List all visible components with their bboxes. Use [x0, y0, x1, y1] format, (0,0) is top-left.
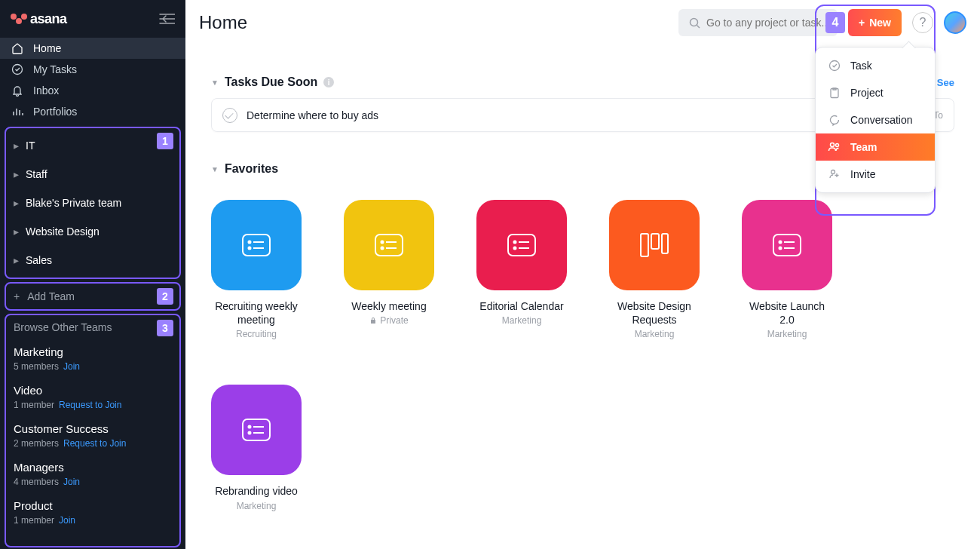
search-input[interactable] [706, 17, 827, 29]
new-button[interactable]: + New [848, 9, 902, 36]
sidebar-team[interactable]: ▸Blake's Private team [6, 189, 179, 217]
sidebar-team[interactable]: ▸Website Design [6, 217, 179, 246]
new-button-label: New [869, 17, 891, 29]
other-team-name: Managers [14, 461, 172, 474]
project-subtitle: Marketing [609, 329, 700, 339]
invite-icon [828, 168, 841, 180]
project-tile [344, 200, 434, 290]
svg-point-14 [514, 241, 516, 244]
join-link[interactable]: Join [63, 361, 80, 372]
plus-icon: + [859, 17, 865, 29]
favorite-project[interactable]: Website Launch 2.0Marketing [742, 200, 832, 339]
project-subtitle: Marketing [742, 329, 832, 339]
main-area: Home 4 + New Task Project [185, 0, 980, 549]
nav-portfolios-label: Portfolios [33, 106, 77, 118]
sidebar-team[interactable]: ▸Sales [6, 246, 179, 274]
project-name: Weekly meeting [344, 299, 434, 313]
svg-point-12 [381, 247, 384, 250]
asana-logo[interactable]: asana [11, 11, 67, 27]
other-team-name: Product [14, 499, 172, 512]
svg-rect-13 [508, 235, 535, 256]
plus-icon: + [14, 290, 20, 302]
nav-inbox[interactable]: Inbox [0, 80, 185, 101]
favorite-project[interactable]: Recruiting weekly meetingRecruiting [211, 200, 302, 339]
project-tile [211, 385, 302, 475]
search-box[interactable] [678, 9, 838, 36]
nav-portfolios[interactable]: Portfolios [0, 101, 185, 122]
project-subtitle: Private [344, 315, 434, 326]
svg-rect-22 [243, 419, 270, 440]
nav-my-tasks[interactable]: My Tasks [0, 59, 185, 80]
nav-home[interactable]: Home [0, 38, 185, 59]
favorite-project[interactable]: Rebranding videoMarketing [211, 385, 302, 511]
join-link[interactable]: Request to Join [63, 438, 126, 449]
svg-point-15 [514, 247, 516, 250]
nav-home-label: Home [33, 42, 61, 54]
project-name: Website Design Requests [609, 299, 700, 327]
other-team-name: Marketing [14, 345, 172, 358]
sidebar-team[interactable]: ▸Staff [6, 160, 179, 189]
svg-rect-18 [662, 234, 668, 253]
team-label: Staff [26, 168, 47, 180]
complete-task-icon[interactable] [222, 108, 237, 123]
info-icon[interactable]: i [323, 77, 334, 87]
user-avatar[interactable] [944, 11, 966, 34]
svg-point-8 [249, 241, 251, 244]
new-dropdown-menu: Task Project Conversation Team Invite [815, 47, 936, 193]
add-team-button[interactable]: + Add Team 2 [5, 282, 181, 311]
see-all-link[interactable]: See [937, 77, 954, 88]
svg-rect-16 [641, 234, 648, 256]
nav-my-tasks-label: My Tasks [33, 63, 77, 75]
page-title: Home [199, 12, 247, 33]
bars-icon [11, 106, 24, 118]
menu-conversation-label: Conversation [850, 114, 913, 126]
join-link[interactable]: Request to Join [59, 400, 121, 410]
nav-main: Home My Tasks Inbox Portfolios [0, 38, 185, 122]
other-team[interactable]: Video1 memberRequest to Join [14, 384, 172, 410]
menu-item-conversation[interactable]: Conversation [816, 106, 935, 133]
project-name: Editorial Calendar [476, 299, 567, 313]
bell-icon [11, 84, 24, 97]
sidebar-team[interactable]: ▸IT [6, 131, 179, 160]
favorite-project[interactable]: Editorial CalendarMarketing [476, 200, 567, 339]
other-team[interactable]: Managers4 membersJoin [14, 461, 172, 487]
other-team-sub: 2 membersRequest to Join [14, 438, 172, 449]
callout-1: 1 [157, 133, 173, 149]
menu-item-project[interactable]: Project [816, 79, 935, 106]
callout-3: 3 [157, 320, 173, 336]
browse-teams-section: 3 Browse Other Teams Marketing5 membersJ… [5, 314, 181, 547]
menu-item-team[interactable]: Team [816, 133, 935, 161]
collapse-sidebar-icon[interactable] [158, 13, 175, 25]
other-team-sub: 1 memberJoin [14, 515, 172, 526]
favorites-grid: Recruiting weekly meetingRecruitingWeekl… [211, 200, 954, 511]
other-team[interactable]: Product1 memberJoin [14, 499, 172, 526]
team-label: Website Design [26, 225, 100, 238]
favorite-project[interactable]: Weekly meeting Private [344, 200, 434, 339]
other-team-sub: 4 membersJoin [14, 477, 172, 487]
project-subtitle: Marketing [476, 315, 567, 326]
svg-point-24 [249, 432, 251, 434]
other-team[interactable]: Customer Success2 membersRequest to Join [14, 422, 172, 449]
browse-title: Browse Other Teams [14, 321, 172, 333]
svg-rect-19 [773, 235, 801, 256]
project-tile [742, 200, 832, 290]
sidebar: asana Home My Tasks Inbox Portfolios 1 ▸… [0, 0, 185, 549]
other-team[interactable]: Marketing5 membersJoin [14, 345, 172, 372]
caret-right-icon: ▸ [14, 225, 20, 238]
svg-point-4 [831, 143, 835, 147]
favorite-project[interactable]: Website Design RequestsMarketing [609, 200, 700, 339]
sidebar-header: asana [0, 0, 185, 38]
menu-item-task[interactable]: Task [816, 52, 935, 79]
menu-item-invite[interactable]: Invite [816, 161, 935, 188]
menu-invite-label: Invite [850, 168, 875, 180]
chat-icon [828, 114, 841, 126]
chevron-down-icon: ▼ [211, 165, 219, 173]
caret-right-icon: ▸ [14, 168, 20, 180]
team-label: Sales [26, 254, 52, 266]
help-button[interactable]: ? [912, 12, 933, 33]
join-link[interactable]: Join [63, 477, 80, 487]
join-link[interactable]: Join [59, 515, 75, 526]
chevron-down-icon: ▼ [211, 78, 219, 87]
svg-point-1 [691, 18, 698, 26]
team-label: Blake's Private team [26, 197, 121, 209]
